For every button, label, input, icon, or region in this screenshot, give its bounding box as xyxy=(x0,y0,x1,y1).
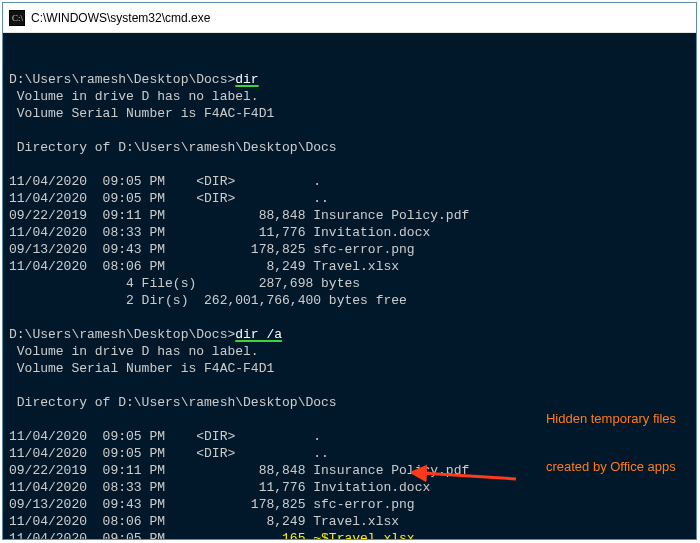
listing-row: 11/04/2020 08:33 PM 11,776 Invitation.do… xyxy=(9,225,430,240)
annotation-line-2: created by Office apps xyxy=(546,459,676,475)
command-dir-a: dir /a xyxy=(235,327,282,342)
listing-row: 11/04/2020 09:05 PM <DIR> .. xyxy=(9,446,329,461)
listing-row: 09/13/2020 09:43 PM 178,825 sfc-error.pn… xyxy=(9,497,415,512)
annotation-callout: Hidden temporary files created by Office… xyxy=(546,379,676,507)
prompt-line-1: D:\Users\ramesh\Desktop\Docs>dir xyxy=(9,72,259,87)
summary-dirs: 2 Dir(s) 262,001,766,400 bytes free xyxy=(9,293,407,308)
listing-row: 11/04/2020 09:05 PM <DIR> . xyxy=(9,429,321,444)
prompt-line-2: D:\Users\ramesh\Desktop\Docs>dir /a xyxy=(9,327,282,342)
listing-row: 11/04/2020 09:05 PM <DIR> .. xyxy=(9,191,329,206)
listing-row: 11/04/2020 08:06 PM 8,249 Travel.xlsx xyxy=(9,514,399,529)
listing-row: 11/04/2020 09:05 PM <DIR> . xyxy=(9,174,321,189)
command-dir: dir xyxy=(235,72,258,87)
listing-row: 11/04/2020 08:06 PM 8,249 Travel.xlsx xyxy=(9,259,399,274)
hidden-file-row: 11/04/2020 09:05 PM 165 ~$Travel.xlsx xyxy=(9,531,415,539)
serial-line: Volume Serial Number is F4AC-F4D1 xyxy=(9,361,274,376)
directory-of-line: Directory of D:\Users\ramesh\Desktop\Doc… xyxy=(9,140,337,155)
cmd-window: C:\ C:\WINDOWS\system32\cmd.exe D:\Users… xyxy=(2,2,697,540)
hidden-file-1: 165 ~$Travel.xlsx xyxy=(282,531,415,539)
titlebar[interactable]: C:\ C:\WINDOWS\system32\cmd.exe xyxy=(3,3,696,33)
listing-row: 09/13/2020 09:43 PM 178,825 sfc-error.pn… xyxy=(9,242,415,257)
listing-row: 11/04/2020 08:33 PM 11,776 Invitation.do… xyxy=(9,480,430,495)
listing-row: 09/22/2019 09:11 PM 88,848 Insurance Pol… xyxy=(9,463,469,478)
summary-files: 4 File(s) 287,698 bytes xyxy=(9,276,360,291)
row-prefix: 11/04/2020 09:05 PM xyxy=(9,531,282,539)
prompt-path: D:\Users\ramesh\Desktop\Docs> xyxy=(9,72,235,87)
window-title: C:\WINDOWS\system32\cmd.exe xyxy=(31,11,210,25)
terminal-output[interactable]: D:\Users\ramesh\Desktop\Docs>dir Volume … xyxy=(3,33,696,539)
cmd-icon: C:\ xyxy=(9,10,25,26)
directory-of-line: Directory of D:\Users\ramesh\Desktop\Doc… xyxy=(9,395,337,410)
prompt-path: D:\Users\ramesh\Desktop\Docs> xyxy=(9,327,235,342)
svg-text:C:\: C:\ xyxy=(12,13,24,23)
listing-row: 09/22/2019 09:11 PM 88,848 Insurance Pol… xyxy=(9,208,469,223)
serial-line: Volume Serial Number is F4AC-F4D1 xyxy=(9,106,274,121)
volume-line: Volume in drive D has no label. xyxy=(9,89,259,104)
volume-line: Volume in drive D has no label. xyxy=(9,344,259,359)
annotation-line-1: Hidden temporary files xyxy=(546,411,676,427)
